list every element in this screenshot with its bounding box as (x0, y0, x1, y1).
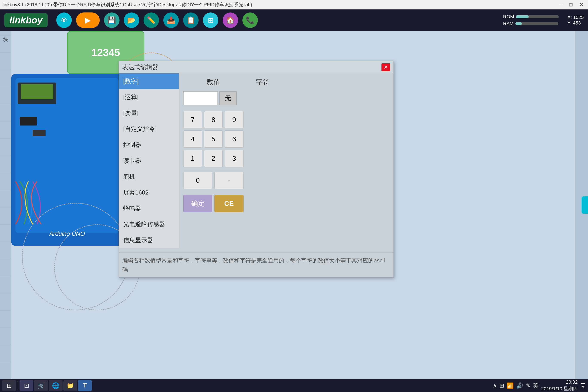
dialog-close-button[interactable]: ✕ (382, 64, 390, 71)
dialog-list-item-0[interactable]: [数字] (119, 73, 179, 89)
dialog-list-item-9[interactable]: 光电避障传感器 (119, 216, 179, 232)
numpad-bottom-row: 0 - (183, 172, 244, 189)
description-text: 编辑各种数值型常量和字符，字符串等。数值和字符是完全通用的，每个字符的数值大小等… (122, 256, 390, 274)
titlebar: linkboy3.1 (2018.11.20) 带你DIY一个RFID停车识别系… (0, 0, 588, 10)
arduino-board: Arduino UNO (11, 74, 123, 246)
main-area: 块 12345 屏幕1602 PCF8574串口I2C模式 (0, 31, 588, 379)
start-button[interactable]: ⊞ (2, 380, 16, 391)
toolbar-btn-open[interactable]: 📂 (124, 12, 139, 28)
numpad-btn-5[interactable]: 5 (204, 130, 223, 148)
numpad-btn-9[interactable]: 9 (225, 111, 244, 128)
numpad-btn-2[interactable]: 2 (204, 150, 223, 167)
numpad-btn-minus[interactable]: - (214, 172, 244, 189)
dialog-list-item-2[interactable]: [变量] (119, 105, 179, 121)
x-coord: X: 1025 (567, 14, 584, 20)
ram-progress-bg (515, 22, 558, 25)
dialog-category-list: [数字][运算][变量][自定义指令]控制器读卡器舵机屏幕1602蜂鸣器光电避障… (119, 73, 179, 248)
green-block-text: 12345 (91, 47, 120, 58)
dialog-list-item-4[interactable]: 控制器 (119, 137, 179, 153)
taskbar-separator-1 (18, 381, 18, 390)
toolbar-btn-play[interactable]: ▶ (76, 12, 100, 28)
coordinates: X: 1025 Y: 453 (567, 14, 584, 26)
window-title: linkboy3.1 (2018.11.20) 带你DIY一个RFID停车识别系… (2, 2, 557, 8)
dialog-list-item-8[interactable]: 蜂鸣器 (119, 200, 179, 216)
toolbar: linkboy 👁 ▶ 💾 📂 ✏️ 📤 📋 ⊞ 🏠 📞 ROM RAM X: … (0, 10, 588, 31)
numpad-btn-1[interactable]: 1 (183, 150, 202, 167)
rom-progress-bg (516, 15, 559, 18)
taskbar-tray-arrow[interactable]: ∧ (493, 382, 497, 389)
logo[interactable]: linkboy (4, 13, 48, 27)
toolbar-btn-phone[interactable]: 📞 (242, 12, 258, 28)
maximize-button[interactable]: □ (568, 1, 574, 8)
description-area: 编辑各种数值型常量和字符，字符串等。数值和字符是完全通用的，每个字符的数值大小等… (119, 252, 394, 278)
dialog-body: [数字][运算][变量][自定义指令]控制器读卡器舵机屏幕1602蜂鸣器光电避障… (119, 73, 394, 248)
dialog-list-item-5[interactable]: 读卡器 (119, 153, 179, 169)
expression-editor-dialog[interactable]: 表达式编辑器 ✕ [数字][运算][变量][自定义指令]控制器读卡器舵机屏幕16… (119, 61, 394, 278)
dialog-list-item-7[interactable]: 屏幕1602 (119, 184, 179, 200)
taskbar-volume-icon[interactable]: 🔊 (516, 382, 523, 389)
ram-label: RAM (503, 21, 514, 26)
rom-ram-display: ROM RAM (503, 14, 559, 26)
clock-time: 20:32 (541, 379, 578, 386)
numpad-wu-button[interactable]: 无 (220, 91, 236, 105)
ce-button[interactable]: CE (214, 195, 244, 212)
close-button[interactable]: ✕ (578, 1, 586, 8)
dialog-right-panel: 数值 字符 无 789456123 (179, 73, 394, 248)
taskbar-linkboy[interactable]: T (78, 380, 92, 391)
ram-progress-fill (515, 22, 522, 25)
taskbar-network-icon[interactable]: ⊞ (500, 382, 504, 389)
y-coord: Y: 453 (567, 20, 584, 26)
col-header-char: 字符 (244, 78, 282, 87)
numpad-area: 数值 字符 无 789456123 (183, 78, 389, 212)
rom-progress-fill (516, 15, 529, 18)
numpad-header: 数值 字符 (183, 78, 389, 87)
taskbar-explorer[interactable]: 📁 (64, 380, 77, 391)
clock-date: 2019/1/10 星期四 (541, 386, 578, 392)
toolbar-btn-save[interactable]: 💾 (104, 12, 120, 28)
taskbar-right: ∧ ⊞ 📶 🔊 ✎ 英 20:32 2019/1/10 星期四 🗨 (493, 379, 586, 392)
dialog-title: 表达式编辑器 (122, 63, 158, 71)
dialog-titlebar: 表达式编辑器 ✕ (119, 61, 394, 73)
numpad-btn-8[interactable]: 8 (204, 111, 223, 128)
canvas-area[interactable]: 12345 屏幕1602 PCF8574串口I2C模式 (11, 31, 575, 379)
dialog-list-item-10[interactable]: 信息显示器 (119, 232, 179, 248)
dialog-list-item-6[interactable]: 舵机 (119, 169, 179, 184)
taskbar-lang-icon[interactable]: 英 (533, 382, 538, 390)
numpad-btn-0[interactable]: 0 (183, 172, 212, 189)
minimize-button[interactable]: ─ (557, 1, 564, 8)
taskbar-wifi-icon[interactable]: 📶 (507, 382, 514, 389)
dialog-list-item-1[interactable]: [运算] (119, 89, 179, 105)
numpad-btn-7[interactable]: 7 (183, 111, 202, 128)
numpad-grid: 789456123 (183, 111, 244, 167)
toolbar-btn-export[interactable]: 📤 (163, 12, 179, 28)
dialog-list-item-3[interactable]: [自定义指令] (119, 121, 179, 137)
numpad-input-row: 无 (183, 91, 389, 105)
taskbar-store[interactable]: 🛒 (34, 380, 48, 391)
toolbar-btn-grid[interactable]: ⊞ (203, 12, 218, 28)
system-clock[interactable]: 20:32 2019/1/10 星期四 (541, 379, 578, 392)
rom-label: ROM (503, 14, 514, 20)
taskbar-search[interactable]: ⊡ (20, 380, 33, 391)
toolbar-btn-eye[interactable]: 👁 (56, 12, 72, 28)
toolbar-btn-edit[interactable]: ✏️ (144, 12, 159, 28)
sidebar-accent (582, 196, 588, 214)
toolbar-btn-home[interactable]: 🏠 (223, 12, 238, 28)
notification-icon[interactable]: 🗨 (580, 382, 586, 389)
toolbar-btn-copy[interactable]: 📋 (183, 12, 198, 28)
taskbar: ⊞ ⊡ 🛒 🌐 📁 T ∧ ⊞ 📶 🔊 ✎ 英 20:32 2019/1/10 … (0, 379, 588, 392)
right-sidebar (575, 31, 588, 379)
board-label: Arduino UNO (49, 230, 85, 237)
numpad-value-input[interactable] (183, 91, 218, 105)
window-controls: ─ □ ✕ (557, 1, 586, 8)
taskbar-browser[interactable]: 🌐 (49, 380, 62, 391)
numpad-btn-3[interactable]: 3 (225, 150, 244, 167)
numpad-btn-6[interactable]: 6 (225, 130, 244, 148)
confirm-button[interactable]: 确定 (183, 195, 212, 212)
taskbar-pen-icon[interactable]: ✎ (526, 382, 530, 389)
confirm-row: 确定 CE (183, 195, 244, 212)
col-header-value: 数值 (183, 78, 244, 87)
numpad-btn-4[interactable]: 4 (183, 130, 202, 148)
